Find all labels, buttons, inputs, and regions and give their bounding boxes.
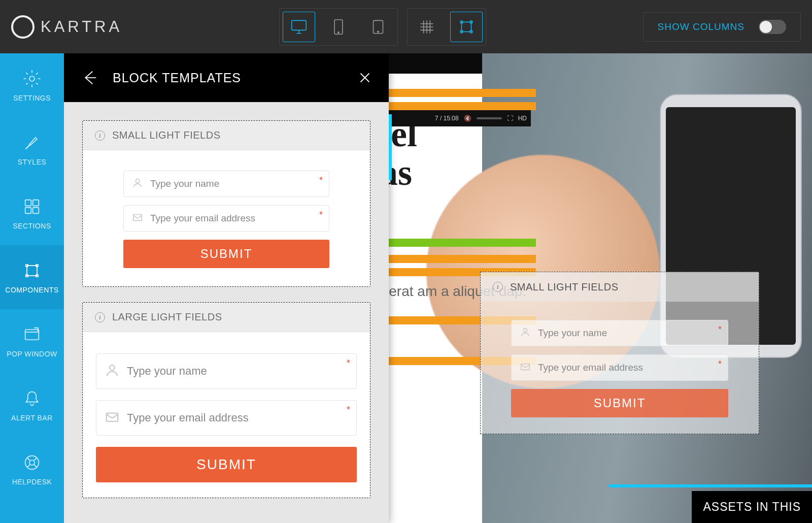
bell-icon [22,388,42,409]
required-indicator: * [319,210,323,220]
canvas-tools-group [407,8,486,46]
placeholder-text: Type your name [127,365,207,378]
svg-rect-14 [33,208,39,214]
svg-point-22 [29,460,35,465]
template-large-light-fields[interactable]: i LARGE LIGHT FIELDS Type your name * Ty… [82,302,370,498]
grid-toggle-button[interactable] [411,12,443,42]
svg-point-4 [378,31,379,32]
svg-rect-28 [521,364,530,370]
submit-button: SUBMIT [511,389,728,417]
placeholder-text: Type your name [538,328,607,339]
svg-rect-15 [27,266,37,276]
device-preview-group [279,8,398,46]
svg-rect-11 [25,200,31,206]
svg-point-27 [523,329,527,332]
template-header: i LARGE LIGHT FIELDS [83,303,370,332]
svg-rect-13 [25,208,31,214]
email-field: Type your email address * [511,354,728,381]
placeholder-text: Type your email address [538,362,643,373]
rail-item-alertbar[interactable]: ALERT BAR [0,373,64,437]
arrow-left-icon [79,67,100,88]
template-title: SMALL LIGHT FIELDS [112,129,221,141]
mail-icon [132,212,143,225]
panel-header: BLOCK TEMPLATES [64,53,389,102]
brush-icon [22,133,42,153]
info-icon: i [493,282,503,292]
required-indicator: * [347,358,350,369]
desktop-icon [289,17,309,37]
show-columns-label: SHOW COLUMNS [658,21,745,32]
assets-drawer-tab[interactable]: ASSETS IN THIS [692,491,812,523]
svg-rect-26 [107,413,118,421]
required-indicator: * [718,359,722,370]
rail-item-sections[interactable]: SECTIONS [0,181,64,245]
rail-item-styles[interactable]: STYLES [0,117,64,181]
video-time: 7 / 15:08 [435,115,459,122]
template-header: i SMALL LIGHT FIELDS [481,272,759,302]
drop-insert-indicator [389,114,392,180]
email-field[interactable]: Type your email address * [96,400,357,436]
rail-label: STYLES [18,158,47,166]
required-indicator: * [347,405,350,415]
volume-icon: 🔇 [464,115,471,122]
fullscreen-icon: ⛶ [507,115,513,122]
name-field[interactable]: Type your name * [96,353,357,389]
selection-line [609,484,812,487]
mail-icon [105,409,120,427]
svg-rect-12 [33,200,39,206]
rail-item-popwindow[interactable]: POP WINDOW [0,309,64,373]
tablet-landscape-icon [368,17,388,37]
device-desktop-button[interactable] [283,12,315,42]
info-icon[interactable]: i [95,130,105,141]
svg-point-2 [338,31,339,32]
name-field: Type your name * [511,320,728,346]
rail-label: COMPONENTS [5,286,58,294]
template-title: SMALL LIGHT FIELDS [510,281,619,293]
rail-item-components[interactable]: COMPONENTS [0,245,64,309]
block-templates-panel: BLOCK TEMPLATES i SMALL LIGHT FIELDS Ty [64,53,389,523]
back-button[interactable] [79,67,100,88]
info-icon[interactable]: i [95,312,105,322]
editor-canvas-area: n vel enas m. on placerat am a aliquet d… [64,53,812,523]
svg-rect-0 [292,20,307,30]
required-indicator: * [319,175,323,186]
name-field[interactable]: Type your name * [123,171,329,197]
panel-body[interactable]: i SMALL LIGHT FIELDS Type your name * Ty… [64,102,389,523]
placeholder-text: Type your email address [150,213,255,224]
submit-button[interactable]: SUBMIT [96,447,357,482]
gear-icon [22,69,42,89]
mail-icon [520,361,531,374]
brand: K KARTRA [11,15,122,39]
device-tablet-portrait-button[interactable] [322,12,355,42]
show-columns-toggle[interactable]: SHOW COLUMNS [643,12,801,42]
svg-rect-5 [461,22,471,31]
rail-label: SETTINGS [13,94,51,102]
bounds-toggle-button[interactable] [450,12,483,42]
rail-label: POP WINDOW [7,350,57,358]
user-icon [520,326,531,340]
close-icon [356,69,374,86]
user-icon [132,177,143,190]
close-button[interactable] [356,69,374,86]
hd-badge: HD [518,115,527,122]
toggle-switch-icon [759,20,786,34]
panel-title: BLOCK TEMPLATES [113,71,241,85]
submit-button[interactable]: SUBMIT [123,240,329,268]
brand-logo-icon: K [11,15,35,39]
rail-item-helpdesk[interactable]: HELPDESK [0,437,64,501]
topbar: K KARTRA SHOW COLUMNS [0,0,812,53]
components-icon [22,260,42,281]
rail-item-settings[interactable]: SETTINGS [0,53,64,117]
brand-name: KARTRA [41,18,122,36]
template-header: i SMALL LIGHT FIELDS [83,121,370,150]
placeholder-text: Type your email address [127,411,249,424]
rail-label: HELPDESK [12,478,52,486]
toolbar-center [279,8,486,46]
drag-ghost-template[interactable]: i SMALL LIGHT FIELDS Type your name * Ty… [480,272,759,434]
email-field[interactable]: Type your email address * [123,205,329,232]
placeholder-text: Type your name [150,178,219,189]
template-small-light-fields[interactable]: i SMALL LIGHT FIELDS Type your name * Ty… [82,120,370,287]
svg-rect-24 [133,215,142,221]
lifebuoy-icon [22,452,42,473]
device-tablet-landscape-button[interactable] [362,12,394,42]
